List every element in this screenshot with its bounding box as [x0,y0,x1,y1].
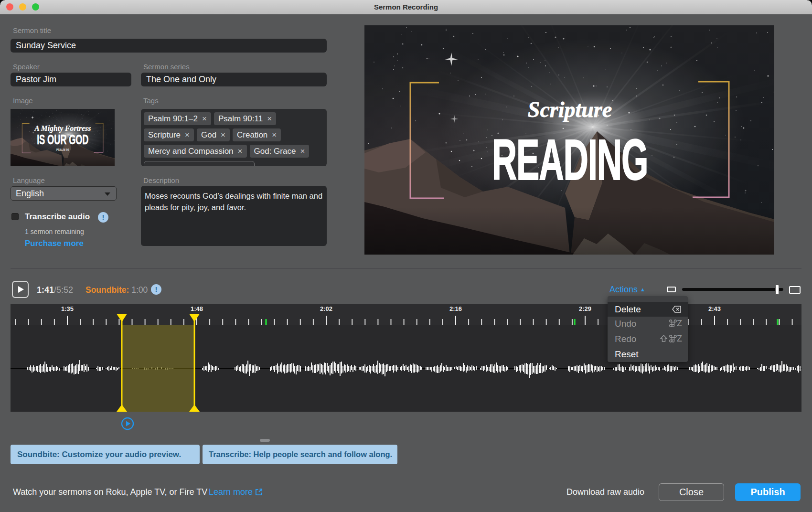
svg-text:PSALM 90: PSALM 90 [56,148,69,152]
svg-text:2:29: 2:29 [579,305,591,312]
svg-text:1:48: 1:48 [191,305,203,312]
svg-text:1:35: 1:35 [61,305,74,312]
svg-text:2:02: 2:02 [320,305,332,312]
svg-text:IS OUR GOD: IS OUR GOD [37,132,88,147]
svg-text:Scripture: Scripture [528,97,612,122]
svg-text:READING: READING [492,128,648,192]
svg-text:2:16: 2:16 [449,305,462,312]
svg-text:2:43: 2:43 [708,305,721,312]
